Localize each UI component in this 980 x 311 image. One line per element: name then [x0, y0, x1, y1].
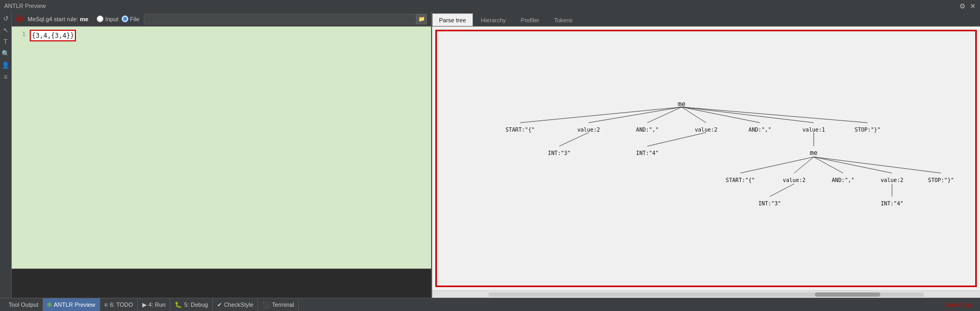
parse-tree-svg: me START:"{" value:2 AND:"," value:2 AND… — [437, 31, 975, 286]
file-input-area: 📁 — [144, 14, 427, 24]
svg-text:value:2: value:2 — [577, 127, 600, 133]
sidebar-refresh-icon[interactable]: ↺ — [1, 14, 11, 23]
status-run[interactable]: ▶ 4: Run — [138, 298, 170, 311]
grammar-label: MeSql.g4 start rule: me — [28, 16, 88, 22]
output-panel — [12, 269, 431, 298]
editor-panel: A MeSql.g4 start rule: me Input File 📁 — [12, 12, 431, 298]
status-debug[interactable]: 🐛 5: Debug — [170, 298, 213, 311]
tabs-bar: Parse tree Hierarchy Profiler Tokens — [432, 12, 980, 27]
svg-line-0 — [520, 107, 682, 123]
event-log[interactable]: Event Log — [941, 301, 976, 308]
svg-text:INT:"4": INT:"4" — [636, 150, 659, 156]
file-path-input[interactable] — [144, 14, 416, 24]
svg-text:STOP:"}": STOP:"}" — [928, 177, 954, 183]
checkstyle-icon: ✔ — [217, 301, 222, 308]
tree-viewport[interactable]: me START:"{" value:2 AND:"," value:2 AND… — [435, 30, 977, 287]
svg-text:AND:",": AND:"," — [636, 127, 659, 133]
title-bar-controls: ⚙ ✕ — [959, 2, 976, 10]
antlr-preview-indicator — [47, 303, 51, 307]
svg-line-8 — [647, 133, 706, 146]
svg-text:me: me — [678, 100, 685, 108]
editor-content[interactable]: 1 {3,4,{3,4}} — [12, 27, 431, 269]
status-todo[interactable]: ≡ 6: TODO — [100, 298, 138, 311]
svg-text:me: me — [810, 149, 818, 157]
status-right: Event Log — [941, 301, 976, 308]
svg-line-2 — [647, 107, 682, 123]
svg-line-14 — [814, 157, 941, 173]
sidebar-cursor-icon[interactable]: ↖ — [1, 25, 11, 35]
input-file-radio-group: Input File — [97, 15, 139, 22]
close-icon[interactable]: ✕ — [970, 2, 976, 10]
editor-text-area[interactable]: {3,4,{3,4}} — [28, 27, 431, 269]
error-icon: A — [16, 15, 23, 23]
debug-icon: 🐛 — [175, 301, 182, 308]
svg-text:INT:"3": INT:"3" — [548, 150, 571, 156]
title-bar: ANTLR Preview ⚙ ✕ — [0, 0, 980, 12]
svg-text:START:"{": START:"{" — [505, 127, 535, 133]
svg-text:START:"{": START:"{" — [726, 177, 755, 183]
svg-line-12 — [814, 157, 843, 173]
terminal-icon: ⬛ — [262, 301, 270, 308]
code-content: {3,4,{3,4}} — [30, 30, 76, 41]
status-antlr-preview[interactable]: ANTLR Preview — [43, 298, 100, 311]
svg-text:value:2: value:2 — [695, 127, 718, 133]
svg-text:value:2: value:2 — [783, 177, 806, 183]
svg-line-7 — [559, 133, 588, 146]
svg-line-15 — [770, 184, 794, 196]
svg-line-11 — [794, 157, 814, 173]
svg-text:AND:",": AND:"," — [832, 177, 855, 183]
svg-line-13 — [814, 157, 892, 173]
line-numbers: 1 — [12, 27, 28, 42]
list-icon: ≡ — [105, 301, 108, 308]
run-icon: ▶ — [142, 301, 147, 308]
status-tool-output[interactable]: Tool Output — [4, 298, 43, 311]
svg-text:STOP:"}": STOP:"}" — [855, 127, 881, 133]
settings-icon[interactable]: ⚙ — [959, 2, 966, 10]
app-title: ANTLR Preview — [4, 3, 46, 9]
input-radio[interactable] — [97, 15, 104, 22]
svg-line-10 — [741, 157, 814, 173]
tab-tokens[interactable]: Tokens — [547, 13, 580, 26]
horizontal-scrollbar[interactable] — [432, 290, 980, 298]
tab-hierarchy[interactable]: Hierarchy — [474, 13, 513, 26]
scrollbar-thumb[interactable] — [815, 292, 880, 297]
file-radio-label[interactable]: File — [122, 15, 140, 22]
editor-toolbar: A MeSql.g4 start rule: me Input File 📁 — [12, 12, 431, 27]
tab-profiler[interactable]: Profiler — [514, 13, 546, 26]
file-browse-button[interactable]: 📁 — [416, 14, 427, 24]
status-checkstyle[interactable]: ✔ CheckStyle — [213, 298, 259, 311]
input-radio-label[interactable]: Input — [97, 15, 118, 22]
right-panel: Parse tree Hierarchy Profiler Tokens — [431, 12, 980, 298]
main-layout: ↺ ↖ T 🔍 👤 ≡ A MeSql.g4 start rule: me In… — [0, 12, 980, 298]
sidebar-list-icon[interactable]: ≡ — [1, 72, 11, 82]
svg-line-6 — [682, 107, 867, 123]
sidebar-search-icon[interactable]: 🔍 — [1, 49, 11, 58]
svg-text:INT:"3": INT:"3" — [759, 201, 781, 206]
left-sidebar: ↺ ↖ T 🔍 👤 ≡ — [0, 12, 12, 298]
svg-text:value:2: value:2 — [881, 177, 904, 183]
svg-text:AND:",": AND:"," — [749, 127, 771, 133]
svg-text:INT:"4": INT:"4" — [881, 201, 904, 206]
status-bar: Tool Output ANTLR Preview ≡ 6: TODO ▶ 4:… — [0, 298, 980, 311]
scrollbar-track — [488, 292, 923, 297]
file-radio[interactable] — [122, 15, 128, 22]
status-terminal[interactable]: ⬛ Terminal — [258, 298, 299, 311]
sidebar-person-icon[interactable]: 👤 — [1, 61, 11, 70]
tab-parse-tree[interactable]: Parse tree — [432, 13, 473, 26]
sidebar-text-icon[interactable]: T — [1, 37, 11, 47]
svg-text:value:1: value:1 — [802, 127, 825, 133]
